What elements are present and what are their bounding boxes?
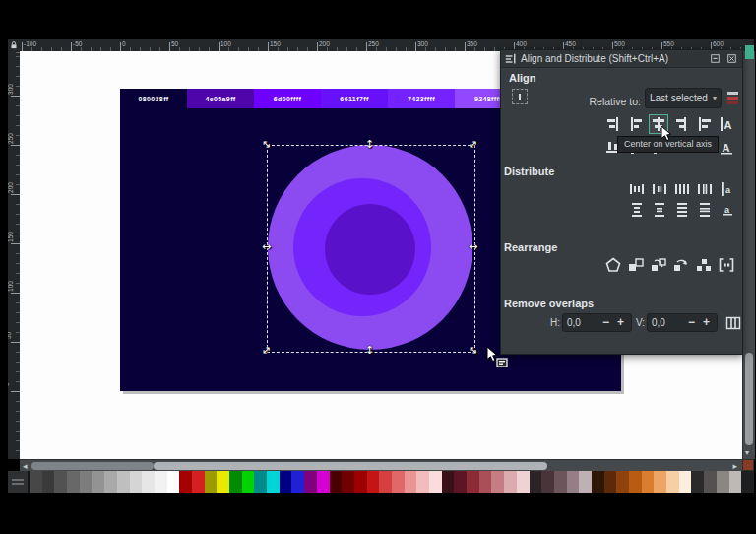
palette-swatch[interactable] (317, 471, 330, 493)
palette-swatch[interactable] (717, 471, 729, 493)
exchange-selection-order-button[interactable] (626, 255, 646, 275)
v-decrement-button[interactable]: − (685, 314, 698, 331)
palette-swatch[interactable] (666, 471, 679, 493)
palette-swatch[interactable] (242, 471, 255, 493)
artboard-color-swatch[interactable]: 7423ffff (388, 89, 455, 108)
palette-swatch[interactable] (592, 471, 604, 493)
palette-swatch[interactable] (429, 471, 442, 493)
text-anchor-vertical-button[interactable]: A (717, 138, 736, 158)
palette-swatch[interactable] (554, 471, 567, 493)
v-overlap-field[interactable]: 0,0 − + (647, 313, 718, 332)
palette-swatch[interactable] (155, 471, 167, 493)
palette-swatch[interactable] (167, 471, 180, 493)
distribute-top-edges-button[interactable] (627, 200, 647, 220)
palette-swatch[interactable] (416, 471, 429, 493)
exchange-clockwise-button[interactable] (671, 255, 691, 275)
panel-close-icon[interactable] (725, 52, 738, 65)
align-right-to-anchor-left-button[interactable] (603, 114, 623, 134)
h-decrement-button[interactable]: − (599, 314, 612, 331)
palette-swatch[interactable] (467, 471, 479, 493)
palette-swatch[interactable] (304, 471, 317, 493)
palette-swatch[interactable] (330, 471, 343, 493)
distribute-equal-horizontal-gaps-button[interactable] (695, 179, 715, 199)
palette-swatch[interactable] (130, 471, 143, 493)
palette-swatch[interactable] (629, 471, 642, 493)
palette-swatch[interactable] (92, 471, 104, 493)
selection-handle[interactable]: ↔ (262, 241, 271, 252)
palette-swatch[interactable] (491, 471, 504, 493)
distribute-text-baselines-vertical-button[interactable]: a (718, 200, 737, 220)
palette-swatch[interactable] (67, 471, 80, 493)
palette-swatch[interactable] (342, 471, 354, 493)
align-left-edges-button[interactable] (626, 114, 646, 134)
selection-handle[interactable]: ↔ (469, 241, 477, 252)
palette-swatch[interactable] (30, 471, 42, 493)
unclump-button[interactable] (717, 255, 736, 275)
panel-minimize-icon[interactable] (709, 52, 722, 65)
vertical-scrollbar-thumb[interactable] (745, 353, 753, 445)
palette-swatch[interactable] (54, 471, 67, 493)
palette-swatch[interactable] (267, 471, 280, 493)
artboard-color-swatch[interactable]: 6611f7ff (321, 89, 388, 108)
relative-to-dropdown[interactable]: Last selected ▾ (645, 88, 722, 108)
palette-swatch[interactable] (405, 471, 417, 493)
palette-swatch[interactable] (117, 471, 130, 493)
distribute-text-anchors-horizontal-button[interactable]: a (718, 179, 737, 199)
artboard-color-swatch[interactable]: 080038ff (120, 89, 187, 108)
palette-swatch[interactable] (291, 471, 304, 493)
palette-swatch[interactable] (42, 471, 55, 493)
palette-swatch[interactable] (354, 471, 367, 493)
panel-titlebar[interactable]: Align and Distribute (Shift+Ctrl+A) (501, 50, 742, 68)
exchange-stacking-order-button[interactable] (649, 255, 668, 275)
selection-handle[interactable]: ↕ (365, 345, 374, 356)
palette-swatch[interactable] (704, 471, 717, 493)
palette-swatch[interactable] (729, 471, 742, 493)
palette-swatch[interactable] (654, 471, 666, 493)
palette-swatch[interactable] (642, 471, 655, 493)
palette-swatch[interactable] (604, 471, 617, 493)
cms-toggle-icon[interactable] (742, 459, 754, 471)
artboard-color-swatch[interactable]: 6d00ffff (254, 89, 321, 108)
palette-swatch[interactable] (179, 471, 192, 493)
distribute-centers-horizontally-button[interactable] (650, 179, 669, 199)
remove-overlaps-grid-icon[interactable] (725, 315, 741, 335)
text-anchor-horizontal-button[interactable]: A (717, 114, 736, 134)
palette-swatch[interactable] (454, 471, 467, 493)
palette-scroll-widget[interactable] (8, 471, 30, 493)
artboard-color-swatch[interactable]: 4e05a9ff (187, 89, 254, 108)
palette-swatch[interactable] (104, 471, 117, 493)
palette-swatch[interactable] (217, 471, 229, 493)
color-palette-bar[interactable] (8, 471, 754, 493)
palette-swatch[interactable] (579, 471, 592, 493)
palette-swatch[interactable] (479, 471, 492, 493)
palette-swatch[interactable] (616, 471, 629, 493)
palette-swatch[interactable] (679, 471, 692, 493)
distribute-equal-vertical-gaps-button[interactable] (695, 200, 715, 220)
palette-swatch[interactable] (504, 471, 517, 493)
palette-swatch[interactable] (80, 471, 93, 493)
palette-swatch[interactable] (691, 471, 704, 493)
palette-swatch[interactable] (229, 471, 242, 493)
distribute-bottom-edges-button[interactable] (672, 200, 692, 220)
palette-swatch[interactable] (442, 471, 455, 493)
arrange-as-graph-button[interactable] (603, 255, 623, 275)
palette-swatch[interactable] (517, 471, 530, 493)
v-increment-button[interactable]: + (700, 314, 713, 331)
h-increment-button[interactable]: + (614, 314, 627, 331)
palette-swatch[interactable] (192, 471, 205, 493)
palette-swatch[interactable] (254, 471, 267, 493)
palette-swatch[interactable] (367, 471, 380, 493)
scroll-down-icon[interactable]: ▾ (745, 447, 749, 459)
palette-swatch[interactable] (142, 471, 155, 493)
h-overlap-field[interactable]: 0,0 − + (562, 313, 632, 332)
selection-handle[interactable]: ↕ (365, 139, 374, 150)
distribute-right-edges-button[interactable] (672, 179, 692, 199)
scrollbar-segment[interactable] (32, 462, 154, 470)
palette-swatch[interactable] (379, 471, 392, 493)
align-left-to-anchor-right-button[interactable] (694, 114, 714, 134)
vertical-scrollbar[interactable]: ▾ (742, 51, 755, 459)
snap-toolbar-toggle[interactable] (745, 45, 754, 59)
distribute-centers-vertically-button[interactable] (650, 200, 669, 220)
palette-swatch[interactable] (205, 471, 218, 493)
palette-swatch[interactable] (567, 471, 580, 493)
